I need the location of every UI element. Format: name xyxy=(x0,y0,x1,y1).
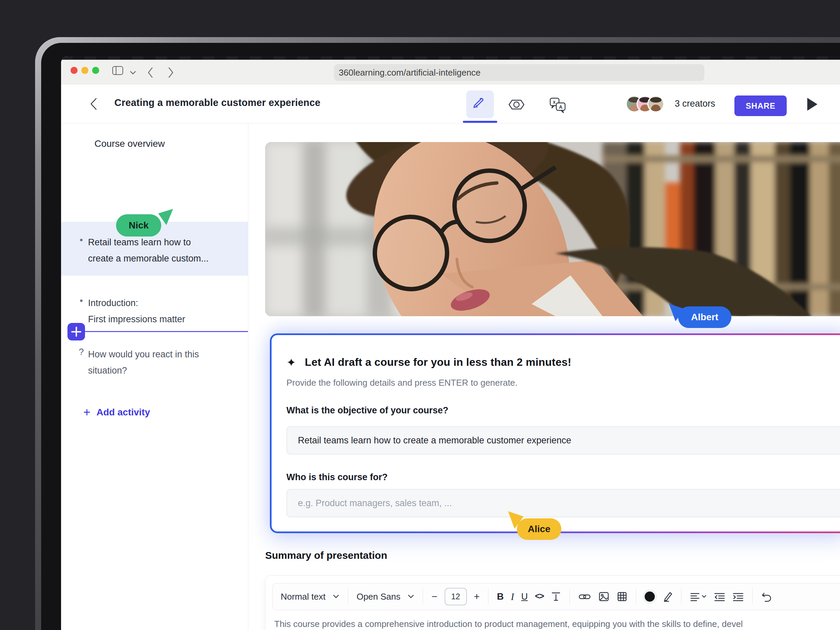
app-header: Creating a memorable customer experience xyxy=(61,84,840,123)
chevron-down-icon xyxy=(701,595,707,598)
bullet-icon: • xyxy=(74,234,88,276)
creators-count: 3 creators xyxy=(675,98,715,109)
editor-toolbar: Normal text Open Sans − 12 + B I U <> xyxy=(272,583,840,610)
objective-input[interactable]: Retail teams learn how to create a memor… xyxy=(286,426,840,455)
course-outline-sidebar: Course overview • Retail teams learn how… xyxy=(61,123,248,630)
audience-placeholder: e.g. Product managers, sales team, ... xyxy=(298,498,452,508)
code-button[interactable]: <> xyxy=(535,592,543,602)
back-chevron-icon[interactable] xyxy=(88,96,99,112)
translate-button[interactable]: x A xyxy=(547,95,568,116)
rich-text-editor: Normal text Open Sans − 12 + B I U <> xyxy=(265,575,840,630)
play-icon[interactable] xyxy=(807,98,817,111)
browser-toolbar: 360learning.com/artificial-inteligence xyxy=(61,60,840,84)
ai-card-subtitle: Provide the following details and press … xyxy=(286,377,518,388)
nick-name: Nick xyxy=(128,220,148,231)
bold-button[interactable]: B xyxy=(497,591,504,602)
preview-button[interactable] xyxy=(506,95,527,115)
undo-button[interactable] xyxy=(761,591,772,602)
align-left-icon xyxy=(690,592,700,601)
browser-tabstrip xyxy=(61,56,840,60)
underline-button[interactable]: U xyxy=(521,592,528,602)
translate-icon: x A xyxy=(548,96,567,114)
eye-icon xyxy=(508,97,525,112)
outdent-button[interactable] xyxy=(714,592,725,601)
browser-sidebar-icon[interactable] xyxy=(112,66,123,75)
plus-icon: + xyxy=(83,407,90,417)
browser-window: 360learning.com/artificial-inteligence C… xyxy=(61,56,840,630)
toolbar-divider xyxy=(423,589,423,604)
alice-presence-pill: Alice xyxy=(517,518,561,540)
sparkle-icon: ✦ xyxy=(286,357,296,368)
albert-presence-pill: Albert xyxy=(678,306,731,328)
ai-draft-card-border: ✦ Let AI draft a course for you in less … xyxy=(270,333,840,533)
url-text: 360learning.com/artificial-inteligence xyxy=(339,68,481,78)
audience-input[interactable]: e.g. Product managers, sales team, ... xyxy=(286,489,840,517)
toolbar-divider xyxy=(488,589,488,604)
minimize-window-button[interactable] xyxy=(81,67,88,74)
undo-icon xyxy=(761,591,772,602)
outdent-icon xyxy=(714,592,725,601)
item-line: How would you react in this xyxy=(88,349,199,359)
highlighter-pencil-icon xyxy=(662,591,673,602)
page-title: Creating a memorable customer experience xyxy=(114,97,321,108)
link-icon xyxy=(578,592,591,601)
item-line: Retail teams learn how to xyxy=(88,237,191,247)
insert-link-button[interactable] xyxy=(578,592,591,601)
highlight-button[interactable] xyxy=(662,591,673,602)
table-icon xyxy=(617,591,627,602)
avatar xyxy=(647,95,664,112)
chevron-down-icon[interactable] xyxy=(407,594,414,599)
pencil-icon xyxy=(473,97,488,112)
editor-body-text[interactable]: This course provides a comprehensive int… xyxy=(274,619,840,629)
chevron-down-icon[interactable] xyxy=(333,594,339,599)
question-icon: ? xyxy=(74,346,88,379)
indent-button[interactable] xyxy=(733,592,744,601)
decrease-font-size-button[interactable]: − xyxy=(431,591,437,602)
ai-card-title: Let AI draft a course for you in less th… xyxy=(305,356,572,368)
item-line: First impressions matter xyxy=(88,314,185,324)
marketing-scene: 360learning.com/artificial-inteligence C… xyxy=(0,0,840,630)
toolbar-divider xyxy=(348,589,348,604)
item-line: Introduction: xyxy=(88,298,138,308)
font-size-input[interactable]: 12 xyxy=(445,588,467,605)
font-family-dropdown[interactable]: Open Sans xyxy=(357,592,400,602)
share-button[interactable]: SHARE xyxy=(734,95,787,116)
add-activity-button[interactable]: + Add activity xyxy=(83,407,150,418)
back-icon[interactable] xyxy=(146,65,155,80)
clear-formatting-button[interactable] xyxy=(551,591,561,602)
color-swatch-icon xyxy=(645,592,655,602)
alice-name: Alice xyxy=(528,524,551,535)
course-overview-label: Course overview xyxy=(95,138,165,149)
item-line: situation? xyxy=(88,365,127,376)
insert-indicator-line xyxy=(76,331,248,332)
increase-font-size-button[interactable]: + xyxy=(474,591,480,602)
audience-label: Who is this course for? xyxy=(286,472,388,483)
clear-formatting-icon xyxy=(551,591,561,602)
toolbar-divider xyxy=(752,589,753,604)
summary-heading: Summary of presentation xyxy=(265,550,387,561)
item-line: create a memorable custom... xyxy=(88,253,208,264)
bullet-icon: • xyxy=(74,295,88,327)
ai-draft-card: ✦ Let AI draft a course for you in less … xyxy=(272,335,840,532)
close-window-button[interactable] xyxy=(71,67,77,74)
image-icon xyxy=(598,591,609,602)
forward-icon[interactable] xyxy=(166,65,175,80)
sidebar-item-introduction[interactable]: • Introduction: First impressions matter xyxy=(61,295,248,327)
svg-text:A: A xyxy=(559,104,562,110)
indent-icon xyxy=(733,592,744,601)
objective-value: Retail teams learn how to create a memor… xyxy=(298,435,571,446)
address-bar[interactable]: 360learning.com/artificial-inteligence xyxy=(334,64,704,81)
objective-label: What is the objective of your course? xyxy=(286,405,448,416)
chevron-down-icon[interactable] xyxy=(128,69,137,76)
insert-activity-button[interactable] xyxy=(68,323,85,341)
italic-button[interactable]: I xyxy=(511,591,514,602)
insert-table-button[interactable] xyxy=(617,591,627,602)
sidebar-item-question[interactable]: ? How would you react in this situation? xyxy=(61,346,248,379)
zoom-window-button[interactable] xyxy=(92,67,99,74)
text-color-button[interactable] xyxy=(645,592,655,602)
svg-text:x: x xyxy=(553,99,556,104)
insert-image-button[interactable] xyxy=(598,591,609,602)
paragraph-style-dropdown[interactable]: Normal text xyxy=(281,592,325,602)
align-dropdown[interactable] xyxy=(690,592,707,601)
edit-mode-button[interactable] xyxy=(466,90,494,118)
